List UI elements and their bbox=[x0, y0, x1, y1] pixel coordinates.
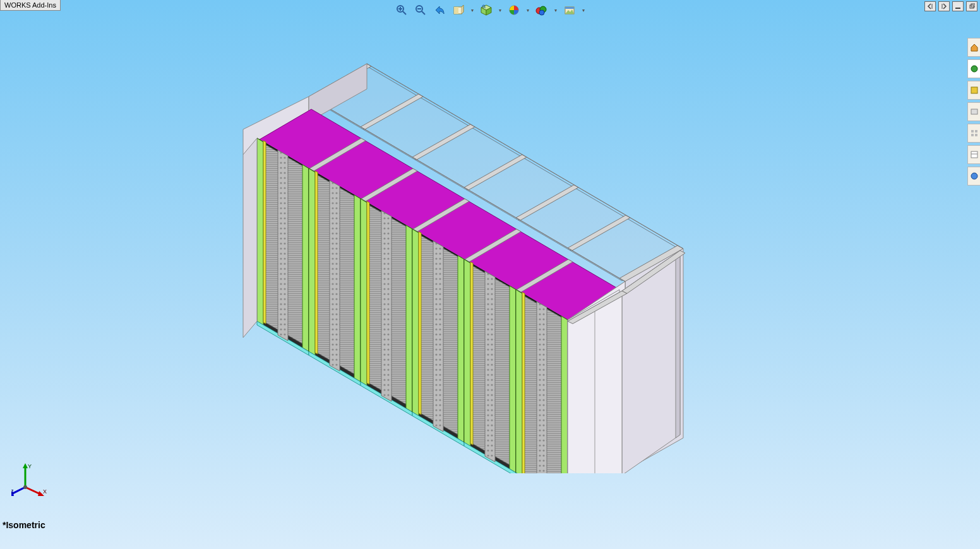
svg-rect-25 bbox=[975, 130, 977, 133]
svg-point-21 bbox=[971, 66, 977, 72]
reference-triad[interactable]: Y X Z bbox=[11, 461, 49, 499]
taskpane-tab-resources[interactable] bbox=[967, 102, 980, 121]
taskpane-tab-library[interactable] bbox=[967, 145, 980, 164]
svg-marker-113 bbox=[676, 251, 680, 438]
view-palette-icon bbox=[970, 129, 979, 138]
view-orientation-label: *Isometric bbox=[3, 520, 45, 530]
previous-view-button[interactable] bbox=[432, 3, 447, 18]
forum-icon bbox=[970, 172, 979, 180]
svg-marker-84 bbox=[381, 211, 391, 401]
minimize-window-button[interactable] bbox=[952, 1, 964, 11]
zoom-to-fit-icon bbox=[396, 4, 407, 16]
taskpane-tab-custom-props[interactable] bbox=[967, 81, 980, 100]
task-pane bbox=[967, 38, 980, 186]
svg-marker-68 bbox=[263, 141, 266, 324]
svg-marker-66 bbox=[257, 138, 263, 325]
svg-marker-74 bbox=[354, 195, 361, 382]
svg-marker-88 bbox=[458, 256, 464, 442]
svg-marker-75 bbox=[315, 171, 318, 354]
triad-icon: Y X Z bbox=[11, 461, 49, 499]
svg-marker-70 bbox=[278, 150, 288, 341]
svg-marker-80 bbox=[361, 199, 367, 386]
window-controls bbox=[924, 1, 977, 11]
svg-point-13 bbox=[539, 10, 544, 15]
home-icon bbox=[970, 43, 979, 52]
collapse-pane-left-button[interactable] bbox=[924, 1, 936, 11]
axis-z-label: Z bbox=[11, 488, 14, 495]
svg-marker-91 bbox=[433, 241, 443, 432]
edit-appearance-dropdown[interactable]: ▾ bbox=[581, 8, 586, 13]
svg-rect-26 bbox=[971, 134, 974, 136]
resources-icon bbox=[970, 107, 979, 116]
taskpane-tab-view-palette[interactable] bbox=[967, 124, 980, 143]
svg-marker-105 bbox=[537, 302, 547, 473]
graphics-viewport[interactable]: WORKS Add-Ins ▾ ▾ ▾ ▾ ▾ bbox=[0, 0, 980, 549]
heads-up-view-toolbar: ▾ ▾ ▾ ▾ ▾ bbox=[394, 3, 586, 18]
taskpane-tab-appearances[interactable] bbox=[967, 59, 980, 78]
server-rack-enclosure-model bbox=[234, 44, 701, 473]
previous-view-icon bbox=[434, 4, 445, 16]
taskpane-tab-forum[interactable] bbox=[967, 167, 980, 186]
restore-window-button[interactable] bbox=[966, 1, 977, 11]
svg-marker-118 bbox=[243, 138, 257, 338]
axis-y-label: Y bbox=[28, 463, 32, 469]
section-view-button[interactable] bbox=[451, 3, 466, 18]
collapse-pane-right-button[interactable] bbox=[938, 1, 950, 11]
svg-marker-120 bbox=[23, 463, 28, 468]
zoom-to-area-button[interactable] bbox=[413, 3, 428, 18]
zoom-to-fit-button[interactable] bbox=[394, 3, 409, 18]
appearances-icon bbox=[970, 64, 979, 73]
svg-marker-77 bbox=[330, 180, 340, 371]
svg-marker-102 bbox=[561, 316, 568, 473]
svg-marker-96 bbox=[470, 262, 473, 445]
svg-line-1 bbox=[403, 11, 406, 15]
custom-props-icon bbox=[970, 86, 979, 95]
display-style-dropdown[interactable]: ▾ bbox=[525, 8, 530, 13]
section-view-icon bbox=[453, 4, 464, 16]
taskpane-tab-home[interactable] bbox=[967, 38, 980, 57]
svg-marker-67 bbox=[302, 165, 309, 351]
svg-marker-81 bbox=[406, 225, 412, 412]
view-orientation-icon bbox=[480, 4, 493, 16]
svg-marker-98 bbox=[485, 271, 495, 462]
svg-marker-89 bbox=[419, 232, 421, 415]
view-orientation-button[interactable] bbox=[479, 3, 494, 18]
svg-point-30 bbox=[971, 173, 977, 179]
svg-marker-73 bbox=[309, 168, 315, 355]
svg-rect-28 bbox=[971, 151, 977, 158]
svg-rect-15 bbox=[565, 7, 574, 9]
tab-label: WORKS Add-Ins bbox=[4, 1, 56, 9]
svg-marker-103 bbox=[522, 292, 525, 473]
view-orientation-dropdown[interactable]: ▾ bbox=[498, 8, 503, 13]
svg-point-125 bbox=[23, 485, 27, 489]
display-style-button[interactable] bbox=[506, 3, 522, 18]
svg-rect-22 bbox=[971, 87, 977, 93]
edit-appearance-button[interactable] bbox=[562, 3, 577, 18]
axis-x-label: X bbox=[43, 488, 47, 495]
hide-show-items-icon bbox=[535, 4, 548, 16]
zoom-to-area-icon bbox=[415, 4, 426, 16]
svg-line-5 bbox=[422, 11, 425, 15]
section-view-dropdown[interactable]: ▾ bbox=[470, 8, 475, 13]
svg-marker-94 bbox=[464, 259, 470, 446]
svg-marker-82 bbox=[367, 201, 369, 384]
hide-show-items-button[interactable] bbox=[534, 3, 549, 18]
svg-marker-87 bbox=[412, 229, 419, 416]
svg-rect-23 bbox=[971, 109, 977, 114]
svg-rect-24 bbox=[971, 130, 974, 133]
svg-marker-95 bbox=[510, 286, 516, 473]
model-assembly[interactable] bbox=[234, 44, 701, 473]
svg-rect-27 bbox=[975, 134, 977, 136]
edit-appearance-icon bbox=[564, 4, 575, 16]
tab-solidworks-addins[interactable]: WORKS Add-Ins bbox=[0, 0, 61, 11]
svg-marker-101 bbox=[516, 290, 522, 473]
display-style-icon bbox=[508, 4, 520, 16]
hide-show-items-dropdown[interactable]: ▾ bbox=[553, 8, 558, 13]
library-icon bbox=[970, 150, 979, 159]
